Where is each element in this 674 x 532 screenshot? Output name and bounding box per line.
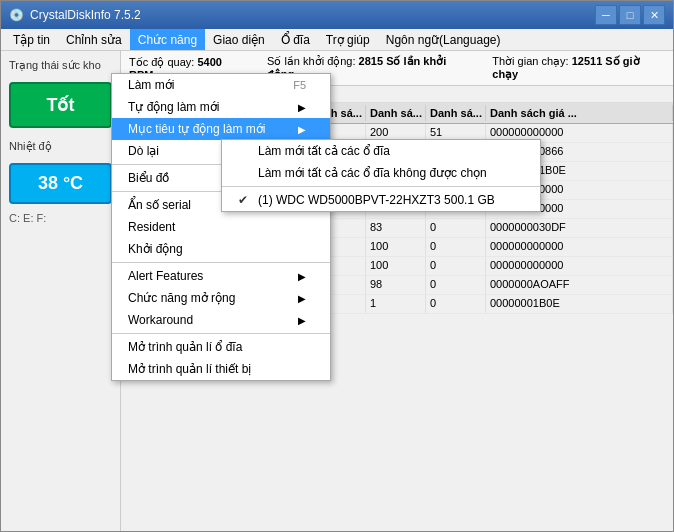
- th-v2: Danh sá...: [366, 105, 426, 121]
- menu-language[interactable]: Ngôn ngữ(Language): [378, 29, 509, 50]
- submenu-item-drive1[interactable]: ✔ (1) WDC WD5000BPVT-22HXZT3 500.1 GB: [222, 189, 540, 211]
- menu-edit[interactable]: Chỉnh sửa: [58, 29, 130, 50]
- maximize-button[interactable]: □: [619, 5, 641, 25]
- row-v2: 1: [366, 295, 426, 313]
- menu-item-auto-refresh[interactable]: Tự động làm mới ▶: [112, 96, 330, 118]
- menu-item-refresh[interactable]: Làm mới F5: [112, 74, 330, 96]
- row-v3: 0: [426, 276, 486, 294]
- title-bar: 💿 CrystalDiskInfo 7.5.2 ─ □ ✕: [1, 1, 673, 29]
- temp-badge: 38 °C: [9, 163, 112, 204]
- main-window: 💿 CrystalDiskInfo 7.5.2 ─ □ ✕ Tập tin Ch…: [0, 0, 674, 532]
- row-raw: 000000000000: [486, 238, 673, 256]
- menu-item-auto-target[interactable]: Mục tiêu tự động làm mới ▶: [112, 118, 330, 140]
- menu-item-advanced[interactable]: Chức năng mở rộng ▶: [112, 287, 330, 309]
- menu-interface[interactable]: Giao diện: [205, 29, 273, 50]
- status-label: Trạng thái sức kho: [9, 59, 112, 72]
- left-panel: Trạng thái sức kho Tốt Nhiệt độ 38 °C C:…: [1, 51, 121, 531]
- menu-item-device-mgr[interactable]: Mở trình quản lí thiết bị: [112, 358, 330, 380]
- submenu-item-refresh-unchosen[interactable]: Làm mới tất cả các ổ đĩa không được chọn: [222, 162, 540, 184]
- drive-label: C: E: F:: [9, 212, 112, 224]
- row-v2: 83: [366, 219, 426, 237]
- row-v3: 0: [426, 295, 486, 313]
- minimize-button[interactable]: ─: [595, 5, 617, 25]
- row-v3: 0: [426, 238, 486, 256]
- main-content: Trạng thái sức kho Tốt Nhiệt độ 38 °C C:…: [1, 51, 673, 531]
- menu-features[interactable]: Chức năng: [130, 29, 205, 50]
- menu-item-startup[interactable]: Khởi động: [112, 238, 330, 260]
- menu-item-resident[interactable]: Resident: [112, 216, 330, 238]
- temp-label: Nhiệt độ: [9, 140, 112, 153]
- menu-item-disk-mgr[interactable]: Mở trình quản lí ổ đĩa: [112, 336, 330, 358]
- features-dropdown[interactable]: Làm mới F5 Tự động làm mới ▶ Mục tiêu tự…: [111, 73, 331, 381]
- row-raw: 000000000000: [486, 257, 673, 275]
- app-icon: 💿: [9, 8, 24, 22]
- separator-4: [112, 333, 330, 334]
- separator-3: [112, 262, 330, 263]
- title-bar-left: 💿 CrystalDiskInfo 7.5.2: [9, 8, 141, 22]
- row-v3: 0: [426, 219, 486, 237]
- status-badge: Tốt: [9, 82, 112, 128]
- app-title: CrystalDiskInfo 7.5.2: [30, 8, 141, 22]
- menu-file[interactable]: Tập tin: [5, 29, 58, 50]
- submenu-separator: [222, 186, 540, 187]
- title-buttons: ─ □ ✕: [595, 5, 665, 25]
- menu-disk[interactable]: Ổ đĩa: [273, 29, 318, 50]
- menu-item-alert[interactable]: Alert Features ▶: [112, 265, 330, 287]
- menu-item-workaround[interactable]: Workaround ▶: [112, 309, 330, 331]
- th-raw: Danh sách giá ...: [486, 105, 673, 121]
- row-raw: 0000000030DF: [486, 219, 673, 237]
- submenu-item-refresh-all[interactable]: Làm mới tất cả các ổ đĩa: [222, 140, 540, 162]
- menubar: Tập tin Chỉnh sửa Chức năng Giao diện Ổ …: [1, 29, 673, 51]
- row-v2: 100: [366, 238, 426, 256]
- auto-target-submenu[interactable]: Làm mới tất cả các ổ đĩa Làm mới tất cả …: [221, 139, 541, 212]
- row-raw: 0000000AOAFF: [486, 276, 673, 294]
- row-v3: 0: [426, 257, 486, 275]
- row-v2: 100: [366, 257, 426, 275]
- menu-help[interactable]: Trợ giúp: [318, 29, 378, 50]
- th-v3: Danh sá...: [426, 105, 486, 121]
- row-v2: 98: [366, 276, 426, 294]
- disk-stat-hours: Thời gian chạy: 12511 Số giờ chạy: [492, 55, 665, 81]
- close-button[interactable]: ✕: [643, 5, 665, 25]
- row-raw: 00000001B0E: [486, 295, 673, 313]
